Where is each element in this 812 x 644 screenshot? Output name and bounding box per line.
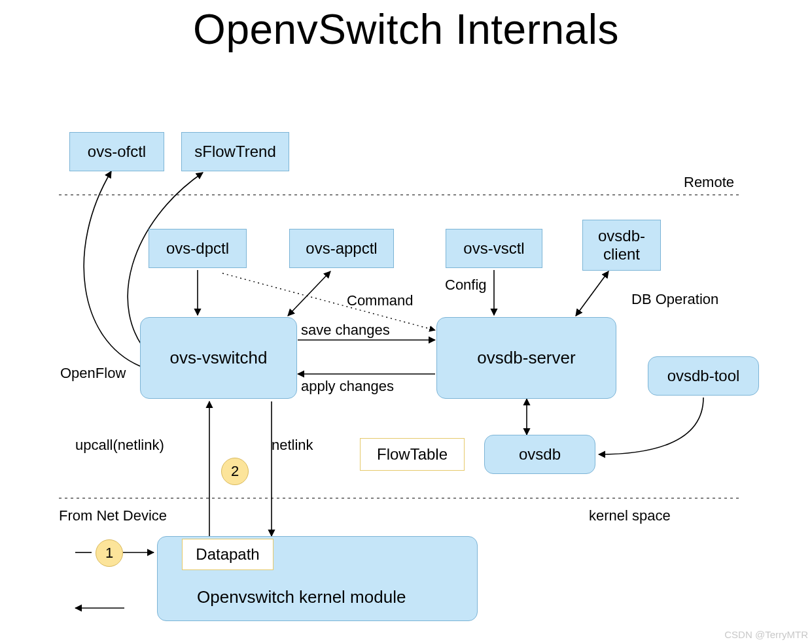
ovsdb-server-box: ovsdb-server [436,317,616,399]
svg-line-5 [576,271,609,316]
ovs-ofctl-box: ovs-ofctl [69,132,164,171]
datapath-box: Datapath [182,539,274,570]
watermark: CSDN @TerryMTR [724,629,808,640]
config-label: Config [445,277,487,293]
flowtable-box: FlowTable [360,438,465,471]
upcall-label: upcall(netlink) [75,437,164,453]
ovs-dpctl-box: ovs-dpctl [149,229,247,268]
badge-two: 2 [221,458,249,485]
ovs-appctl-box: ovs-appctl [289,229,394,268]
apply-changes-label: apply changes [301,378,394,394]
kernel-module-label: Openvswitch kernel module [197,588,406,607]
save-changes-label: save changes [301,322,390,338]
netlink-label: netlink [272,437,314,453]
ovsdb-box: ovsdb [484,435,595,474]
badge-one: 1 [96,539,123,567]
ovsdb-tool-box: ovsdb-tool [648,356,759,396]
openflow-label: OpenFlow [60,365,126,381]
svg-line-3 [288,271,330,316]
db-operation-label: DB Operation [631,291,718,307]
sflowtrend-box: sFlowTrend [181,132,289,171]
ovs-vsctl-box: ovs-vsctl [446,229,542,268]
remote-label: Remote [684,174,734,190]
kernel-space-label: kernel space [589,507,671,524]
from-net-device-label: From Net Device [59,507,167,524]
command-label: Command [347,292,413,309]
ovs-vswitchd-box: ovs-vswitchd [140,317,297,399]
ovsdb-client-box: ovsdb- client [582,220,661,271]
